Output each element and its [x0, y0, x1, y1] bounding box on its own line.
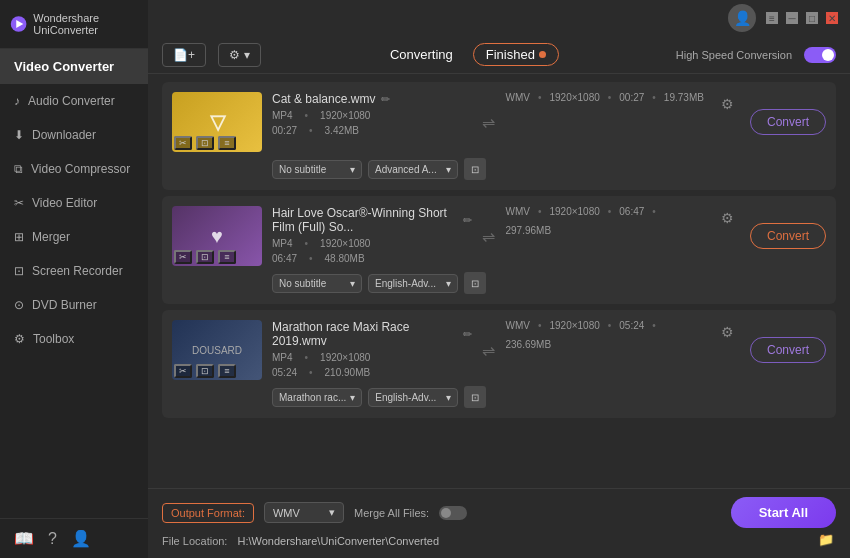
subtitle-icon-btn-1[interactable]: ⊡	[464, 158, 486, 180]
menu-button[interactable]: ≡	[766, 12, 778, 24]
res-out-3: 1920×1080	[549, 320, 599, 331]
sidebar-item-audio-converter[interactable]: ♪ Audio Converter	[0, 84, 148, 118]
convert-button-3[interactable]: Convert	[750, 337, 826, 363]
sidebar-item-toolbox[interactable]: ⚙ Toolbox	[0, 322, 148, 356]
chevron-icon: ▾	[350, 164, 355, 175]
audio-icon: ♪	[14, 94, 20, 108]
help-icon[interactable]: ?	[48, 530, 57, 548]
arrow-icon-1: ⇌	[482, 113, 495, 132]
chevron-icon: ▾	[446, 392, 451, 403]
high-speed-toggle[interactable]	[804, 47, 836, 63]
close-button[interactable]: ✕	[826, 12, 838, 24]
trim-button-1[interactable]: ✂	[174, 136, 192, 150]
sidebar-item-label: Toolbox	[33, 332, 74, 346]
minimize-button[interactable]: ─	[786, 12, 798, 24]
advanced-select-2[interactable]: English-Adv... ▾	[368, 274, 458, 293]
output-settings-button-1[interactable]: ⚙	[716, 92, 740, 116]
arrow-icon-3: ⇌	[482, 341, 495, 360]
edit-title-icon-2[interactable]: ✏	[463, 214, 472, 227]
effects-button-1[interactable]: ≡	[218, 136, 236, 150]
user-avatar[interactable]: 👤	[728, 4, 756, 32]
subtitle-select-1[interactable]: No subtitle ▾	[272, 160, 362, 179]
effects-button-3[interactable]: ≡	[218, 364, 236, 378]
sidebar-item-video-compressor[interactable]: ⧉ Video Compressor	[0, 152, 148, 186]
format-in-2: MP4	[272, 238, 293, 249]
output-settings-button-2[interactable]: ⚙	[716, 206, 740, 230]
sidebar-item-merger[interactable]: ⊞ Merger	[0, 220, 148, 254]
add-settings-button[interactable]: ⚙ ▾	[218, 43, 261, 67]
window-controls: ≡ ─ □ ✕	[766, 12, 838, 24]
tab-converting[interactable]: Converting	[370, 42, 473, 67]
sidebar-item-downloader[interactable]: ⬇ Downloader	[0, 118, 148, 152]
folder-open-icon[interactable]: 📁	[818, 532, 836, 550]
merge-toggle-knob	[441, 508, 451, 518]
sidebar-item-label: Video Editor	[32, 196, 97, 210]
tab-finished-label: Finished	[486, 47, 535, 62]
video-card-1-top: ▽ ✂ ⊡ ≡ Cat & balance.wmv ✏ MP4 •	[172, 92, 826, 152]
convert-button-2[interactable]: Convert	[750, 223, 826, 249]
crop-button-3[interactable]: ⊡	[196, 364, 214, 378]
app-title: Wondershare UniConverter	[33, 12, 138, 36]
effects-button-2[interactable]: ≡	[218, 250, 236, 264]
trim-button-3[interactable]: ✂	[174, 364, 192, 378]
dur-in-3: 05:24	[272, 367, 297, 378]
crop-button-2[interactable]: ⊡	[196, 250, 214, 264]
subtitle-select-3[interactable]: Marathon rac... ▾	[272, 388, 362, 407]
thumb-actions-3: ✂ ⊡ ≡	[174, 364, 236, 378]
video-info-3: Marathon race Maxi Race 2019.wmv ✏ MP4 •…	[272, 320, 472, 378]
sidebar-item-label: Screen Recorder	[32, 264, 123, 278]
output-format-label[interactable]: Output Format:	[162, 503, 254, 523]
subtitle-select-2[interactable]: No subtitle ▾	[272, 274, 362, 293]
dur-in-2: 06:47	[272, 253, 297, 264]
dur-out-1: 00:27	[619, 92, 644, 103]
advanced-select-1[interactable]: Advanced A... ▾	[368, 160, 458, 179]
dur-out-3: 05:24	[619, 320, 644, 331]
maximize-button[interactable]: □	[806, 12, 818, 24]
video-card-1-bottom: No subtitle ▾ Advanced A... ▾ ⊡	[172, 158, 826, 180]
start-all-button[interactable]: Start All	[731, 497, 836, 528]
settings-icon: ⚙	[229, 48, 240, 62]
sidebar-item-video-editor[interactable]: ✂ Video Editor	[0, 186, 148, 220]
sidebar-item-label: Merger	[32, 230, 70, 244]
sidebar-item-label: DVD Burner	[32, 298, 97, 312]
subtitle-icon-btn-2[interactable]: ⊡	[464, 272, 486, 294]
video-card-2: ♥ ✂ ⊡ ≡ Hair Love Oscar®-Winning Short F…	[162, 196, 836, 304]
video-title-1: Cat & balance.wmv	[272, 92, 375, 106]
video-title-3: Marathon race Maxi Race 2019.wmv	[272, 320, 457, 348]
sidebar-item-screen-recorder[interactable]: ⊡ Screen Recorder	[0, 254, 148, 288]
video-card-1: ▽ ✂ ⊡ ≡ Cat & balance.wmv ✏ MP4 •	[162, 82, 836, 190]
sidebar-item-video-converter[interactable]: Video Converter	[0, 49, 148, 84]
video-meta-2: MP4 • 1920×1080	[272, 238, 472, 249]
account-icon[interactable]: 👤	[71, 529, 91, 548]
toolbox-icon: ⚙	[14, 332, 25, 346]
trim-button-2[interactable]: ✂	[174, 250, 192, 264]
edit-icon: ✂	[14, 196, 24, 210]
crop-button-1[interactable]: ⊡	[196, 136, 214, 150]
video-meta-3: MP4 • 1920×1080	[272, 352, 472, 363]
add-file-button[interactable]: 📄+	[162, 43, 206, 67]
size-in-3: 210.90MB	[325, 367, 371, 378]
title-bar: 👤 ≡ ─ □ ✕	[148, 0, 850, 36]
subtitle-icon-btn-3[interactable]: ⊡	[464, 386, 486, 408]
book-icon[interactable]: 📖	[14, 529, 34, 548]
edit-title-icon-1[interactable]: ✏	[381, 93, 390, 106]
format-select[interactable]: WMV ▾	[264, 502, 344, 523]
edit-title-icon-3[interactable]: ✏	[463, 328, 472, 341]
size-in-1: 3.42MB	[325, 125, 359, 136]
video-title-2: Hair Love Oscar®-Winning Short Film (Ful…	[272, 206, 457, 234]
content-area: ▽ ✂ ⊡ ≡ Cat & balance.wmv ✏ MP4 •	[148, 74, 850, 488]
download-icon: ⬇	[14, 128, 24, 142]
convert-button-1[interactable]: Convert	[750, 109, 826, 135]
res-in-1: 1920×1080	[320, 110, 370, 121]
res-in-3: 1920×1080	[320, 352, 370, 363]
output-settings-button-3[interactable]: ⚙	[716, 320, 740, 344]
fmt-out-1: WMV	[505, 92, 529, 103]
thumb-text-3: DOUSARD	[190, 343, 244, 358]
merge-toggle[interactable]	[439, 506, 467, 520]
video-meta-1b: 00:27 • 3.42MB	[272, 125, 472, 136]
advanced-select-3[interactable]: English-Adv... ▾	[368, 388, 458, 407]
res-out-2: 1920×1080	[549, 206, 599, 217]
sidebar-item-dvd-burner[interactable]: ⊙ DVD Burner	[0, 288, 148, 322]
add-file-icon: 📄+	[173, 48, 195, 62]
tab-finished[interactable]: Finished	[473, 43, 559, 66]
